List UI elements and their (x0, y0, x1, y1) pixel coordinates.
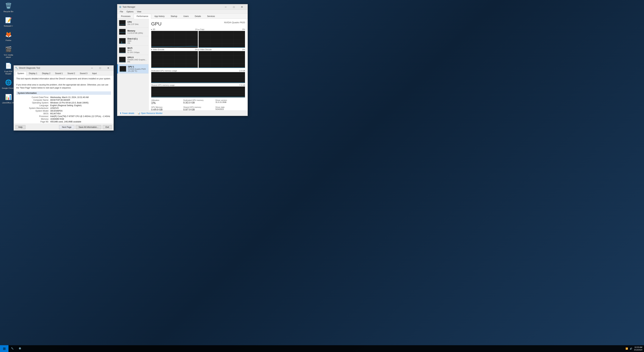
dxdiag-maximize[interactable]: □ (96, 65, 104, 71)
tab-performance[interactable]: Performance (134, 14, 151, 19)
recycle-bin-icon[interactable]: 🗑️ Recycle Bin (2, 2, 15, 13)
gpu-shared-memory-label: Shared GPU memory usage (151, 84, 174, 86)
minimize-button[interactable]: ─ (222, 4, 230, 10)
gpu-encode-chart (151, 51, 198, 68)
memory-sidebar-detail: 3.1/15.8 GB (20%) (128, 32, 147, 34)
tab-app-history[interactable]: App history (152, 14, 168, 19)
tab-users[interactable]: Users (180, 14, 192, 19)
memory-mini-chart (119, 29, 126, 35)
gpu-dedicated-memory-section: Dedicated GPU memory usage 2.0 GB (151, 70, 245, 83)
taskbar-item-dxdiag[interactable]: 🔧 (8, 345, 16, 352)
fewer-details-button[interactable]: ⬆ Fewer details (120, 112, 134, 114)
help-button[interactable]: Help (16, 125, 26, 129)
dxdiag-intro1: This tool reports detailed information a… (16, 77, 111, 80)
svg-rect-4 (119, 57, 126, 62)
disk0-mini-chart (119, 38, 126, 44)
maximize-button[interactable]: □ (230, 4, 238, 10)
dxdiag-tab-input[interactable]: Input (90, 71, 99, 75)
tab-services[interactable]: Services (204, 14, 218, 19)
info-computer-name: Computer Name: DESKTOP-BC30HDR (16, 99, 111, 101)
info-bios: BIOS: M1UKT45A (16, 112, 111, 115)
tab-startup[interactable]: Startup (168, 14, 180, 19)
sidebar-item-memory[interactable]: Memory 3.1/15.8 GB (20%) (117, 27, 148, 36)
sidebar-item-gpu1[interactable]: GPU 1 NVIDIA Quadro P620 1% (39 °C) (117, 64, 148, 74)
gpu-shared-memory-header: Shared GPU memory usage 7.9 GB (151, 84, 245, 86)
taskmanager-taskbar-icon: ⚙️ (19, 347, 21, 350)
gpu-decode-section: ▸ Video Decode 0% (198, 48, 245, 68)
menu-options[interactable]: Options (125, 10, 135, 13)
sidebar-item-disk0[interactable]: Disk 0 (C:) SSD 1% (117, 36, 148, 46)
libreoffice-icon[interactable]: 📊 LibreOffice 242 (2, 93, 15, 104)
dxdiag-icon: 🔧 (15, 67, 18, 69)
sidebar-item-cpu[interactable]: CPU 1% 2.37 GHz (117, 19, 148, 27)
chrome-icon[interactable]: 🌐 Google Chrome (2, 78, 15, 89)
firefox-icon[interactable]: 🦊 Firefox (2, 30, 15, 41)
stat-dedicated-memory: Dedicated GPU memory 0.3/2.0 GB (183, 99, 213, 105)
network-tray-icon: 📶 (626, 348, 628, 350)
gpu-main-panel: GPU NVIDIA Quadro P620 ▸ 3D 1% (149, 19, 248, 110)
notepadpp-icon[interactable]: 📝 Notepad++ (2, 16, 15, 27)
vlc-label: VLC media player (2, 54, 15, 58)
close-button[interactable]: ✕ (238, 4, 246, 10)
dxdiag-tab-sound3[interactable]: Sound 3 (78, 71, 90, 75)
gpu-copy-label: ▸ Copy (198, 28, 204, 30)
gpu-copy-section: ▸ Copy 0% (198, 28, 245, 48)
menu-bar: File Options View (117, 10, 248, 14)
gpu-copy-chart (198, 31, 245, 48)
gpu1-sidebar-name: GPU 1 (128, 66, 147, 68)
svg-rect-2 (119, 38, 126, 44)
vlc-icon[interactable]: 🎬 VLC media player (2, 45, 15, 58)
gpu-copy-header: ▸ Copy 0% (198, 28, 245, 30)
dxdiag-tab-sound1[interactable]: Sound 1 (53, 71, 65, 75)
gpu-shared-memory-section: Shared GPU memory usage 7.9 GB (151, 84, 245, 97)
dxdiag-buttons: Help Next Page Save All Information... E… (14, 124, 114, 130)
exit-button[interactable]: Exit (103, 125, 112, 129)
gpu1-sidebar-detail1: NVIDIA Quadro P620 (128, 68, 147, 70)
tab-details[interactable]: Details (192, 14, 204, 19)
tab-processes[interactable]: Processes (118, 14, 134, 19)
gpu-dedicated-memory-header: Dedicated GPU memory usage 2.0 GB (151, 70, 245, 72)
menu-file[interactable]: File (118, 10, 125, 13)
disk0-sidebar-pct: 1% (128, 42, 147, 44)
save-all-button[interactable]: Save All Information... (76, 125, 101, 129)
info-os: Operating System: Windows 10 Pro 64-bit … (16, 102, 111, 104)
dxdiag-minimize[interactable]: ─ (88, 65, 96, 71)
svg-rect-1 (119, 29, 126, 34)
stat-utilization: Utilization 1% (151, 99, 181, 105)
chrome-label: Google Chrome (2, 87, 15, 89)
task-manager-title: ⚙️ Task Manager (119, 6, 222, 8)
disk0-sidebar-detail1: SSD (128, 40, 147, 42)
sidebar-item-wifi[interactable]: Wi-Fi Wi-Fi S: 0 R: 0 Kbps (117, 46, 148, 55)
dxdiag-tab-display1[interactable]: Display 1 (27, 71, 39, 75)
gpu-decode-pct: 0% (242, 48, 245, 51)
next-page-button[interactable]: Next Page (59, 125, 74, 129)
dxdiag-close[interactable]: ✕ (104, 65, 112, 71)
gpu-charts-grid: ▸ 3D 1% (151, 28, 245, 68)
notepadpp-label: Notepad++ (4, 25, 13, 27)
dxdiag-title: DirectX Diagnostic Tool (19, 67, 88, 69)
foxit-icon[interactable]: 📄 Foxit PDF Reader (2, 62, 15, 75)
tm-tabs: Processes Performance App history Startu… (117, 14, 248, 19)
dxdiag-controls: ─ □ ✕ (88, 65, 112, 71)
gpu-title: GPU (151, 21, 162, 27)
tm-content: CPU 1% 2.37 GHz Memory 3.1/15.8 GB (20%) (117, 19, 248, 110)
taskbar-item-taskmanager[interactable]: ⚙️ (16, 345, 24, 352)
firefox-label: Firefox (6, 39, 11, 41)
info-memory: Memory: 16384MB RAM (16, 118, 111, 120)
resource-monitor-icon: 📊 (138, 112, 140, 114)
wifi-sidebar-name: Wi-Fi (128, 47, 147, 49)
gpu-3d-pct: 1% (195, 28, 198, 30)
sidebar-item-gpu0[interactable]: GPU 0 Intel(R) UHD Graphic... 0% (117, 55, 148, 64)
start-button[interactable]: ⊞ (0, 345, 8, 352)
open-resource-monitor-button[interactable]: 📊 Open Resource Monitor (138, 112, 162, 114)
wifi-mini-chart (119, 47, 126, 53)
menu-view[interactable]: View (135, 10, 143, 13)
dxdiag-tab-display2[interactable]: Display 2 (40, 71, 52, 75)
gpu-model: NVIDIA Quadro P620 (224, 21, 245, 24)
dxdiag-taskbar-icon: 🔧 (11, 347, 14, 350)
gpu1-mini-chart (120, 66, 126, 72)
dxdiag-tab-sound2[interactable]: Sound 2 (65, 71, 77, 75)
dxdiag-tab-system[interactable]: System (15, 71, 26, 75)
info-processor: Processor: Intel(R) Core(TM) i7-8700T CP… (16, 115, 111, 117)
volume-tray-icon: 🔊 (630, 348, 632, 350)
